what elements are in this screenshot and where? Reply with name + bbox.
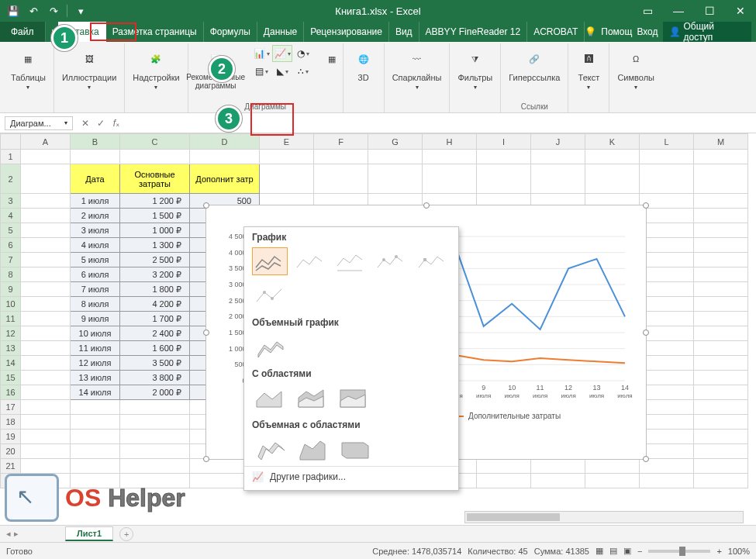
cell[interactable]: [640, 209, 694, 223]
cell[interactable]: 1 200 ₽: [120, 194, 190, 209]
minimize-icon[interactable]: —: [663, 0, 694, 22]
cell[interactable]: 13 июля: [71, 371, 120, 385]
cell[interactable]: [71, 430, 120, 444]
scroll-thumb[interactable]: [467, 513, 560, 521]
tab-page-layout[interactable]: Разметка страницы: [106, 22, 204, 42]
illustrations-button[interactable]: 🖼 Иллюстрации ▾: [59, 45, 119, 92]
resize-handle[interactable]: [203, 202, 209, 209]
cell[interactable]: [585, 150, 640, 164]
cell[interactable]: [694, 223, 748, 238]
cell[interactable]: [21, 164, 71, 194]
cell[interactable]: [694, 297, 748, 312]
cell[interactable]: [477, 164, 531, 194]
cell[interactable]: [694, 400, 748, 415]
cell[interactable]: 14 июля: [71, 385, 120, 400]
scatter-chart-button[interactable]: ∴: [293, 63, 313, 80]
row-header[interactable]: 12: [1, 326, 21, 341]
3d-map-button[interactable]: 🌐 3D: [348, 45, 379, 84]
cell[interactable]: [694, 444, 748, 459]
column-header[interactable]: B: [71, 134, 120, 150]
cell[interactable]: [21, 326, 71, 341]
tab-formulas[interactable]: Формулы: [204, 22, 257, 42]
cell[interactable]: [640, 415, 694, 430]
row-header[interactable]: 11: [1, 312, 21, 326]
qat-customize-icon[interactable]: ▾: [72, 2, 89, 19]
column-header[interactable]: J: [531, 134, 585, 150]
row-header[interactable]: 4: [1, 209, 21, 223]
cell[interactable]: [694, 430, 748, 444]
row-header[interactable]: 15: [1, 371, 21, 385]
redo-icon[interactable]: ↷: [45, 2, 62, 19]
column-header[interactable]: G: [368, 134, 423, 150]
line-chart-stacked-markers[interactable]: [415, 247, 450, 275]
cell[interactable]: [21, 223, 71, 238]
cell[interactable]: [21, 341, 71, 356]
tab-abbyy[interactable]: ABBYY FineReader 12: [419, 22, 528, 42]
column-header[interactable]: H: [423, 134, 477, 150]
cell[interactable]: [694, 326, 748, 341]
cell[interactable]: 6 июля: [71, 267, 120, 282]
cell[interactable]: [531, 150, 585, 164]
cell[interactable]: [71, 444, 120, 459]
cell[interactable]: [21, 238, 71, 253]
enter-formula-icon[interactable]: ✓: [93, 118, 109, 129]
row-header[interactable]: 3: [1, 194, 21, 209]
cell[interactable]: 1 000 ₽: [120, 223, 190, 238]
cell[interactable]: Дата: [71, 164, 120, 194]
cell[interactable]: [21, 430, 71, 444]
cell[interactable]: 1 500 ₽: [120, 209, 190, 223]
cell[interactable]: [694, 371, 748, 385]
cell[interactable]: [21, 267, 71, 282]
pie-chart-button[interactable]: ◔: [293, 45, 313, 62]
resize-handle[interactable]: [643, 202, 649, 209]
tables-button[interactable]: ▦ Таблицы ▾: [8, 45, 49, 92]
cell[interactable]: 4 200 ₽: [120, 297, 190, 312]
cell[interactable]: [21, 194, 71, 209]
zoom-in-icon[interactable]: +: [716, 547, 721, 556]
cell[interactable]: 12 июля: [71, 356, 120, 371]
cell[interactable]: [120, 415, 190, 430]
cell[interactable]: [71, 415, 120, 430]
cell[interactable]: [694, 194, 748, 209]
cell[interactable]: [21, 150, 71, 164]
tab-acrobat[interactable]: ACROBAT: [527, 22, 585, 42]
cell[interactable]: [21, 297, 71, 312]
cell[interactable]: [694, 164, 748, 194]
3d-area-stacked[interactable]: [294, 435, 331, 463]
cell[interactable]: [640, 341, 694, 356]
cell[interactable]: [640, 371, 694, 385]
cell[interactable]: [21, 444, 71, 459]
cell[interactable]: [477, 459, 531, 474]
cell[interactable]: [423, 164, 477, 194]
row-header[interactable]: 13: [1, 341, 21, 356]
view-normal-icon[interactable]: ▦: [595, 546, 603, 556]
cell[interactable]: [640, 312, 694, 326]
cell[interactable]: [694, 341, 748, 356]
symbols-button[interactable]: Ω Символы ▾: [614, 45, 658, 92]
sheet-tab-active[interactable]: Лист1: [65, 526, 113, 541]
cell[interactable]: [71, 400, 120, 415]
cell[interactable]: [477, 150, 531, 164]
add-sheet-button[interactable]: +: [119, 527, 133, 541]
column-header[interactable]: D: [190, 134, 260, 150]
cell[interactable]: [531, 474, 585, 488]
cell[interactable]: [71, 459, 120, 474]
undo-icon[interactable]: ↶: [25, 2, 42, 19]
cell[interactable]: [120, 459, 190, 474]
cell[interactable]: [585, 459, 640, 474]
zoom-thumb[interactable]: [679, 547, 685, 556]
hyperlink-button[interactable]: 🔗 Гиперссылка: [506, 45, 563, 84]
column-header[interactable]: K: [585, 134, 640, 150]
tell-me[interactable]: Помощ: [601, 26, 632, 37]
row-header[interactable]: 9: [1, 282, 21, 297]
cell[interactable]: [640, 385, 694, 400]
cell[interactable]: [120, 150, 190, 164]
cell[interactable]: 1 июля: [71, 194, 120, 209]
cell[interactable]: [531, 164, 585, 194]
cell[interactable]: [368, 164, 423, 194]
cell[interactable]: [640, 282, 694, 297]
line-chart-basic[interactable]: [252, 247, 288, 275]
resize-handle[interactable]: [203, 456, 209, 462]
cell[interactable]: [694, 415, 748, 430]
resize-handle[interactable]: [203, 330, 209, 336]
